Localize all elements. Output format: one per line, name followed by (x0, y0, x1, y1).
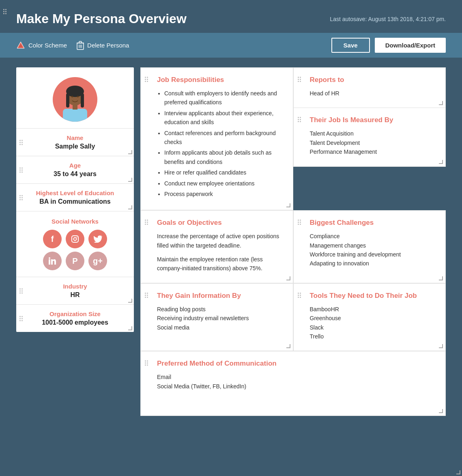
resize-handle-job-resp[interactable] (286, 203, 290, 207)
reports-to-content: Head of HR (310, 89, 436, 98)
svg-point-18 (77, 237, 77, 238)
resize-handle-challenges[interactable] (439, 276, 443, 280)
drag-handle-gain-info (145, 293, 148, 298)
cards-grid-bottom: Preferred Method of Communication Email … (140, 351, 446, 416)
cards-grid-mid: Goals or Objectives Increase the percent… (140, 210, 446, 283)
linkedin-icon[interactable] (43, 252, 62, 270)
color-scheme-button[interactable]: Color Scheme (16, 41, 67, 50)
drag-handle-reports (298, 77, 301, 82)
job-measured-title: Their Job Is Measured By (310, 116, 436, 124)
resize-handle-industry[interactable] (128, 299, 132, 303)
list-item: Compliance (310, 232, 436, 241)
save-button[interactable]: Save (331, 38, 370, 53)
resize-handle-reports[interactable] (439, 101, 443, 105)
header: Make My Persona Overview Last autosave: … (0, 0, 462, 33)
cards-grid-top: Job Responsibilities Consult with employ… (140, 67, 446, 210)
svg-rect-12 (63, 109, 87, 122)
color-scheme-label: Color Scheme (28, 42, 67, 49)
svg-rect-19 (49, 259, 50, 265)
gain-info-content: Reading blog posts Receiving industry em… (157, 305, 283, 332)
org-size-value: 1001-5000 employees (23, 319, 127, 326)
pinterest-icon[interactable]: P (66, 252, 84, 270)
svg-rect-10 (66, 93, 69, 108)
industry-value: HR (23, 291, 127, 299)
list-item: Process paperwork (164, 190, 283, 198)
list-item: Hire or refer qualified candidates (164, 168, 283, 177)
goals-content: Increase the percentage of active open p… (157, 232, 283, 273)
list-item: Management changes (310, 241, 436, 250)
googleplus-icon[interactable]: g+ (88, 252, 107, 270)
list-item: Adapating to innovation (310, 259, 436, 268)
list-item: Talent Development (310, 138, 436, 147)
reports-to-card: Reports to Head of HR (293, 67, 446, 108)
page-title: Make My Persona Overview (16, 11, 187, 26)
social-row-1: f (43, 230, 107, 248)
svg-point-13 (71, 96, 73, 97)
avatar-section (16, 67, 134, 129)
communication-title: Preferred Method of Communication (157, 360, 436, 368)
resize-handle-goals[interactable] (286, 276, 290, 280)
linkedin-svg (48, 257, 56, 265)
right-top-stack: Reports to Head of HR Their Job Is Measu… (293, 67, 446, 210)
svg-rect-15 (73, 105, 77, 110)
education-label: Highest Level of Education (23, 190, 127, 196)
drag-handle-tools (298, 293, 301, 298)
gain-info-card: They Gain Information By Reading blog po… (140, 283, 293, 351)
communication-content: Email Social Media (Twitter, FB, LinkedI… (157, 373, 436, 391)
list-item: Conduct new employee orientations (164, 179, 283, 188)
tools-card: Tools They Need to Do Their Job BambooHR… (293, 283, 446, 351)
industry-block: Industry HR (16, 277, 134, 305)
resize-handle-age[interactable] (128, 178, 132, 182)
drag-handle-measured (298, 117, 301, 122)
twitter-icon[interactable] (88, 230, 107, 248)
main-content: Name Sample Sally Age 35 to 44 years Hig… (0, 58, 462, 426)
drag-handle-communication (145, 360, 148, 366)
persona-left-column: Name Sample Sally Age 35 to 44 years Hig… (16, 67, 134, 332)
drag-handle-job-resp (145, 77, 148, 82)
delete-persona-label: Delete Persona (87, 42, 129, 49)
age-block: Age 35 to 44 years (16, 156, 134, 184)
toolbar: Color Scheme Delete Persona Save Downloa… (0, 33, 462, 58)
job-responsibilities-list: Consult with employers to identify needs… (157, 89, 283, 198)
education-block: Highest Level of Education BA in Communi… (16, 184, 134, 211)
tools-content: BambooHR Greenhouse Slack Trello (310, 305, 436, 341)
list-item: Talent Acquisition (310, 129, 436, 138)
svg-rect-4 (79, 41, 82, 43)
goals-card: Goals or Objectives Increase the percent… (140, 210, 293, 283)
download-button[interactable]: Download/Export (375, 38, 446, 53)
resize-handle-communication[interactable] (439, 409, 443, 413)
resize-handle-measured[interactable] (439, 160, 443, 164)
svg-point-14 (77, 96, 79, 97)
list-item: Social Media (Twitter, FB, LinkedIn) (157, 382, 436, 391)
avatar (53, 77, 97, 122)
right-columns: Job Responsibilities Consult with employ… (140, 67, 446, 416)
challenges-content: Compliance Management changes Workforce … (310, 232, 436, 268)
social-networks-block: Social Networks f (16, 211, 134, 277)
resize-handle-org-size[interactable] (128, 326, 132, 330)
name-label: Name (23, 134, 127, 141)
resize-handle-tools[interactable] (439, 344, 443, 348)
toolbar-buttons: Save Download/Export (331, 38, 446, 53)
list-item: Email (157, 373, 436, 381)
delete-persona-button[interactable]: Delete Persona (77, 41, 129, 50)
resize-handle-name[interactable] (128, 150, 132, 154)
list-item: Consult with employers to identify needs… (164, 89, 283, 107)
job-responsibilities-title: Job Responsibilities (157, 76, 283, 84)
org-size-block: Organization Size 1001-5000 employees (16, 305, 134, 332)
age-label: Age (23, 162, 127, 169)
age-value: 35 to 44 years (23, 170, 127, 178)
svg-point-17 (74, 238, 77, 241)
twitter-svg (93, 235, 102, 243)
facebook-icon[interactable]: f (43, 230, 62, 248)
list-item: Performance Management (310, 147, 436, 156)
name-block: Name Sample Sally (16, 129, 134, 156)
instagram-icon[interactable] (66, 230, 84, 248)
list-item: Slack (310, 323, 436, 332)
avatar-image (55, 81, 95, 122)
resize-handle-education[interactable] (128, 205, 132, 209)
goals-para1: Increase the percentage of active open p… (157, 232, 283, 250)
cards-grid-lower: They Gain Information By Reading blog po… (140, 283, 446, 351)
goals-title: Goals or Objectives (157, 219, 283, 227)
social-row-2: P g+ (43, 252, 107, 270)
resize-handle-gain-info[interactable] (286, 344, 290, 348)
